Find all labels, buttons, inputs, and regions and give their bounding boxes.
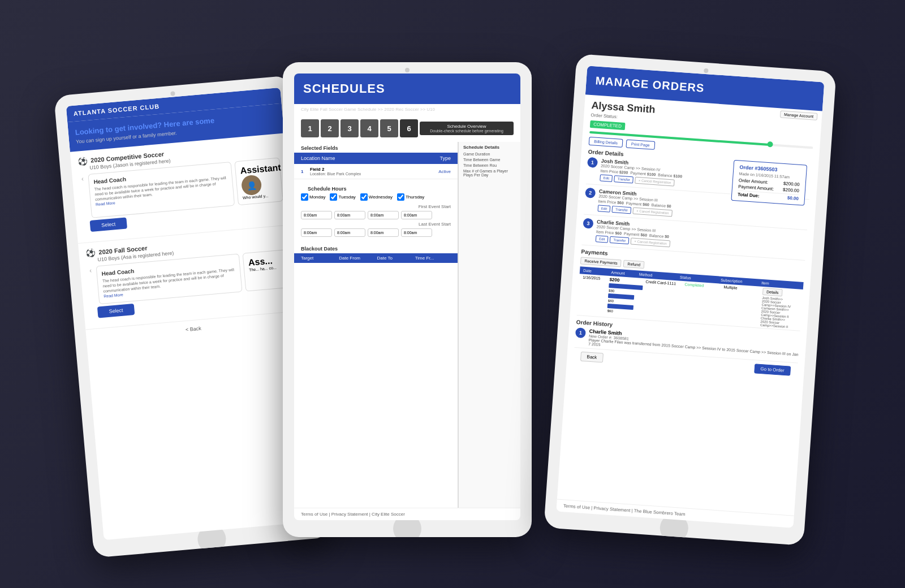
item-2-cancel-btn[interactable]: × Cancel Registration — [633, 207, 673, 217]
detail-game-duration: Game Duration — [463, 152, 516, 156]
item-num-1: 1 — [587, 157, 598, 168]
time-input-mon-2[interactable] — [301, 228, 332, 237]
sch-header-title: SCHEDULES — [303, 81, 511, 96]
field-row-status-1: Active — [438, 169, 451, 174]
blackout-title: Blackout Dates — [294, 243, 458, 253]
detail-time-between-games: Time Between Game — [463, 158, 516, 162]
step-6[interactable]: 6 — [400, 119, 418, 137]
soccer-ball-icon-2: ⚽ — [85, 248, 96, 258]
step-1[interactable]: 1 — [301, 119, 319, 137]
day-monday[interactable]: Monday — [301, 193, 325, 201]
coach-avatar-1: 👤 — [241, 175, 262, 196]
time-input-thu-1[interactable] — [401, 211, 432, 219]
time-input-mon-1[interactable] — [301, 211, 332, 219]
table-col-location: Location Name — [301, 155, 401, 161]
atl-program-1: ⚽ 2020 Competitive Soccer U10 Boys (Jaso… — [70, 133, 292, 244]
time-input-wed-1[interactable] — [368, 211, 399, 219]
day-checkboxes: Monday Tuesday Wednesday Thursday — [301, 193, 451, 201]
last-event-start-label: Last Event Start — [301, 222, 451, 227]
program-2-select-btn[interactable]: Select — [97, 304, 135, 318]
day-tuesday[interactable]: Tuesday — [330, 193, 355, 201]
head-coach-read-more-1[interactable]: Read More — [96, 201, 115, 206]
table-col-type: Type — [401, 155, 451, 161]
step-5[interactable]: 5 — [380, 119, 398, 137]
field-row-num-1: 1 — [301, 169, 310, 174]
step-label: Schedule Overview Double-check schedule … — [420, 122, 514, 135]
tablet-right: MANAGE ORDERS Manage Account Alyssa Smit… — [544, 54, 836, 546]
head-coach-info-1: Head Coach The head coach is responsible… — [93, 167, 229, 207]
time-input-wed-2[interactable] — [368, 228, 399, 237]
sch-table-header: Location Name Type — [294, 153, 458, 164]
item-1-edit-btn[interactable]: Edit — [600, 174, 613, 182]
tablet-mid-camera — [405, 68, 410, 72]
tablet-left-camera — [170, 91, 175, 96]
step-3[interactable]: 3 — [341, 119, 359, 137]
item-3-cancel-btn[interactable]: × Cancel Registration — [631, 237, 670, 247]
go-to-order-btn[interactable]: Go to Order — [754, 364, 791, 375]
ord-footer-terms[interactable]: Terms of Use — [563, 503, 591, 510]
time-input-thu-2[interactable] — [401, 228, 432, 237]
program-1-select-btn[interactable]: Select — [90, 218, 128, 232]
head-coach-info-2: Head Coach The head coach is responsible… — [101, 259, 236, 299]
sch-footer-terms[interactable]: Terms of Use — [301, 512, 327, 517]
print-page-btn[interactable]: Print Page — [626, 139, 655, 149]
assistant-info-1: Assistant 👤 Who would y... — [240, 162, 283, 200]
history-num-1: 1 — [575, 327, 586, 338]
sch-detail-col: Schedule Details Game Duration Time Betw… — [458, 142, 520, 508]
payment-items: Josh Smith>> 2020 Soccer Camp>>Session I… — [760, 296, 799, 329]
head-coach-card-1: Head Coach The head coach is responsible… — [88, 162, 235, 218]
payment-bars: $200 $80 $60 $60 — [607, 277, 643, 315]
time-row-1 — [301, 211, 451, 219]
selected-fields-title: Selected Fields — [294, 142, 458, 153]
detail-max-games: Max # of Games a Player Plays Per Day — [463, 169, 516, 177]
step-4[interactable]: 4 — [360, 119, 378, 137]
item-1-cancel-btn[interactable]: × Cancel Registration — [635, 177, 675, 187]
field-row-content-1: Field 2 Location: Blue Park Complex — [310, 167, 438, 176]
blackout-table-header: Target Date From Date To Time Fr... — [294, 253, 458, 263]
field-row-1[interactable]: 1 Field 2 Location: Blue Park Complex Ac… — [294, 164, 458, 179]
item-2-transfer-btn[interactable]: Transfer — [612, 206, 632, 214]
ord-footer-org: The Blue Sombrero Team — [634, 508, 685, 517]
details-btn[interactable]: Details — [762, 288, 783, 296]
order-status-badge: COMPLETED — [590, 120, 626, 130]
ord-footer-privacy[interactable]: Privacy Statement — [593, 505, 630, 513]
carousel-left-arrow-2[interactable]: ‹ — [89, 266, 92, 274]
sch-footer-privacy[interactable]: Privacy Statement — [331, 512, 368, 517]
item-3-edit-btn[interactable]: Edit — [596, 235, 609, 243]
item-2-edit-btn[interactable]: Edit — [597, 205, 610, 213]
tablet-right-screen: MANAGE ORDERS Manage Account Alyssa Smit… — [556, 66, 824, 528]
tablet-right-camera — [704, 68, 709, 74]
tablet-left-screen: ATLANTA SOCCER CLUB Looking to get invol… — [66, 88, 318, 540]
tablet-mid: SCHEDULES City Elite Fall Soccer Game Sc… — [283, 62, 532, 537]
day-wednesday[interactable]: Wednesday — [360, 193, 393, 201]
detail-time-between-rounds: Time Between Rou — [463, 163, 516, 167]
hours-title: Schedule Hours — [301, 183, 451, 193]
order-progress-dot — [767, 141, 773, 148]
billing-details-btn[interactable]: Billing Details — [589, 137, 623, 148]
time-input-tue-2[interactable] — [334, 228, 365, 237]
back-btn[interactable]: Back — [580, 352, 604, 363]
ord-body: Manage Account Alyssa Smith Order Status… — [557, 94, 822, 516]
day-thursday[interactable]: Thursday — [397, 193, 424, 201]
sch-header: SCHEDULES — [294, 74, 520, 104]
assistant-info-2: Ass... The... ha... co... — [248, 256, 277, 272]
sch-hours: Schedule Hours Monday Tuesday Wednesday — [294, 179, 458, 243]
payments-section: Payments Receive Payments Refund Date Am… — [577, 248, 805, 331]
head-coach-read-more-2[interactable]: Read More — [104, 293, 123, 299]
refund-btn[interactable]: Refund — [623, 260, 644, 269]
sch-footer: Terms of Use | Privacy Statement | City … — [294, 508, 520, 520]
time-input-tue-1[interactable] — [334, 211, 365, 219]
step-2[interactable]: 2 — [321, 119, 339, 137]
tablet-mid-screen: SCHEDULES City Elite Fall Soccer Game Sc… — [294, 74, 520, 520]
sch-breadcrumb: City Elite Fall Soccer Game Schedule >> … — [294, 104, 520, 115]
receive-payments-btn[interactable]: Receive Payments — [580, 257, 622, 267]
atl-program-2: ⚽ 2020 Fall Soccer U10 Boys (Asa is regi… — [78, 225, 300, 330]
carousel-left-arrow[interactable]: ‹ — [81, 175, 84, 183]
item-num-2: 2 — [585, 188, 596, 198]
item-1-transfer-btn[interactable]: Transfer — [614, 175, 634, 183]
sch-steps: 1 2 3 4 5 6 Schedule Overview Double-che… — [294, 115, 520, 142]
head-coach-card-2: Head Coach The head coach is responsible… — [96, 253, 243, 304]
scene: ATLANTA SOCCER CLUB Looking to get invol… — [57, 40, 848, 548]
item-3-transfer-btn[interactable]: Transfer — [610, 236, 630, 244]
soccer-ball-icon-1: ⚽ — [77, 156, 88, 166]
